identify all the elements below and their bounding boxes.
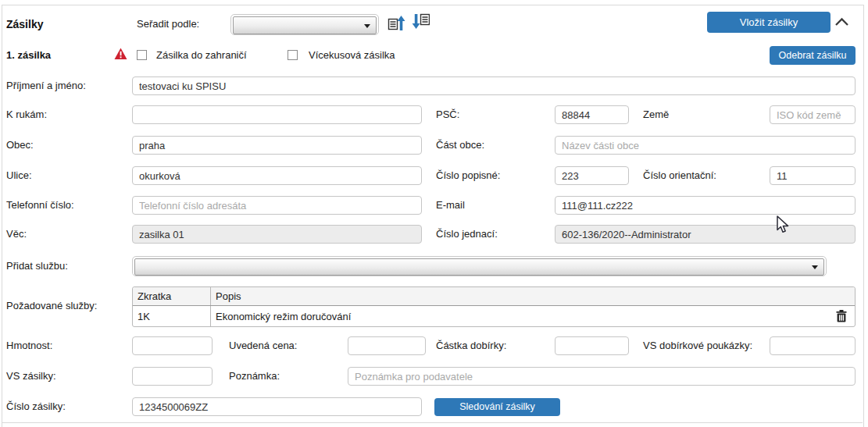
- house-number-input[interactable]: [555, 166, 629, 185]
- ref-number-label: Číslo jednací:: [436, 225, 498, 244]
- chevron-down-icon: [812, 265, 818, 269]
- shipments-panel: Zásilky Seřadit podle: Vložit zásilky 1.…: [0, 0, 868, 427]
- shipment-number-label: Číslo zásilky:: [6, 397, 66, 416]
- required-services-label: Požadované služby:: [6, 297, 97, 315]
- cod-vs-input[interactable]: [770, 336, 855, 355]
- chevron-down-icon: [364, 24, 370, 28]
- panel-bottom-divider: [2, 422, 863, 423]
- ref-number-input: [555, 225, 855, 244]
- shipment-title: 1. zásilka: [6, 46, 51, 65]
- city-part-label: Část obce:: [436, 136, 484, 155]
- tracking-button[interactable]: Sledování zásilky: [434, 398, 560, 416]
- sort-by-label: Seřadit podle:: [137, 15, 199, 34]
- shipment-vs-input[interactable]: [132, 367, 213, 386]
- phone-input[interactable]: [132, 196, 422, 215]
- panel-border: [2, 5, 864, 427]
- foreign-shipment-label: Zásilka do zahraničí: [156, 46, 247, 65]
- cod-amount-input[interactable]: [555, 336, 629, 355]
- add-service-select[interactable]: [132, 256, 827, 276]
- zip-label: PSČ:: [436, 105, 459, 124]
- services-table: Zkratka Popis 1K Ekonomický režim doručo…: [132, 286, 855, 327]
- declared-price-label: Uvedená cena:: [229, 336, 297, 355]
- note-label: Poznámka:: [229, 367, 280, 386]
- add-service-select-face: [134, 258, 824, 276]
- country-input[interactable]: [770, 105, 855, 124]
- house-number-label: Číslo popisné:: [436, 166, 500, 185]
- email-input[interactable]: [555, 196, 855, 215]
- warning-icon: [114, 48, 127, 60]
- header-cell-description: Popis: [211, 287, 855, 305]
- orientation-number-label: Číslo orientační:: [643, 166, 716, 185]
- shipment-number-input[interactable]: [132, 397, 422, 416]
- add-service-label: Přidat službu:: [6, 257, 68, 276]
- trash-icon[interactable]: [836, 310, 847, 322]
- multipiece-shipment-checkbox[interactable]: [288, 50, 298, 60]
- email-label: E-mail: [436, 196, 465, 215]
- weight-label: Hmotnost:: [6, 336, 52, 355]
- city-label: Obec:: [6, 136, 34, 155]
- zip-input[interactable]: [555, 105, 629, 124]
- cell-service-description: Ekonomický režim doručování: [211, 306, 855, 326]
- name-input[interactable]: [132, 77, 855, 95]
- services-table-header: Zkratka Popis: [133, 287, 855, 306]
- collapse-chevron-up-icon[interactable]: [834, 17, 849, 27]
- attention-label: K rukám:: [6, 105, 47, 124]
- sort-select[interactable]: [230, 14, 379, 35]
- cod-vs-label: VS dobírkové poukázky:: [643, 336, 752, 355]
- city-input[interactable]: [132, 136, 422, 155]
- orientation-number-input[interactable]: [770, 166, 855, 185]
- panel-title: Zásilky: [6, 15, 43, 34]
- declared-price-input[interactable]: [348, 336, 426, 355]
- phone-label: Telefonní číslo:: [6, 196, 74, 215]
- table-row: 1K Ekonomický režim doručování: [133, 306, 855, 326]
- country-label: Země: [643, 105, 669, 124]
- city-part-input[interactable]: [555, 136, 855, 155]
- multipiece-shipment-label: Vícekusová zásilka: [309, 46, 395, 65]
- remove-shipment-button[interactable]: Odebrat zásilku: [770, 46, 855, 65]
- street-input[interactable]: [132, 166, 422, 185]
- shipment-vs-label: VS zásilky:: [6, 367, 56, 386]
- weight-input[interactable]: [132, 336, 213, 355]
- header-cell-code: Zkratka: [133, 287, 211, 305]
- sort-select-face: [233, 16, 377, 34]
- cod-amount-label: Částka dobírky:: [436, 336, 506, 355]
- attention-input[interactable]: [132, 105, 422, 124]
- name-label: Příjmení a jméno:: [6, 77, 86, 95]
- insert-shipments-button[interactable]: Vložit zásilky: [707, 12, 830, 33]
- subject-input: [132, 225, 422, 244]
- sort-descending-icon[interactable]: [412, 12, 430, 32]
- sort-ascending-icon[interactable]: [388, 14, 405, 34]
- foreign-shipment-checkbox[interactable]: [137, 50, 147, 60]
- note-input[interactable]: [348, 367, 855, 386]
- cell-service-code: 1K: [133, 306, 211, 326]
- subject-label: Věc:: [6, 225, 27, 244]
- street-label: Ulice:: [6, 166, 32, 185]
